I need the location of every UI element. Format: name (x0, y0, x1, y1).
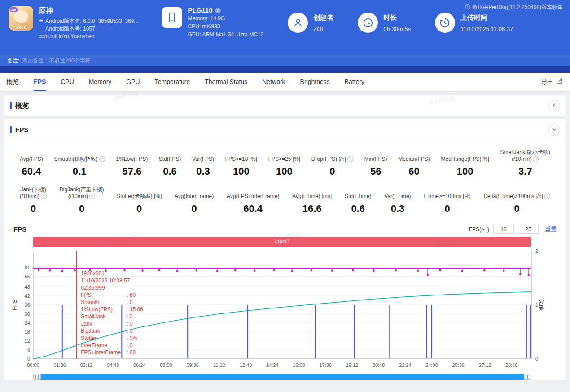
svg-text:00:00: 00:00 (27, 362, 39, 368)
chart-scrollbar[interactable] (33, 374, 531, 380)
tab-temperature[interactable]: Temperature (155, 73, 190, 91)
device-info-icon[interactable]: i (215, 8, 221, 13)
fps-threshold-label: FPS(>=) (469, 226, 489, 233)
overview-collapse-button[interactable] (548, 100, 560, 111)
metric-value: 16.6 (292, 203, 332, 215)
tab-battery[interactable]: Battery (345, 73, 364, 91)
fps-chart-svg[interactable]: label10612182430364248556101200:0001:360… (11, 237, 545, 371)
scrollbar-handle-left[interactable] (33, 374, 41, 380)
info-icon[interactable]: ? (347, 156, 353, 162)
tab-bar: 概览FPSCPUMemoryGPUTemperatureThermal Stat… (0, 73, 570, 92)
tab-network[interactable]: Network (262, 73, 285, 91)
tab-brightness[interactable]: Brightness (300, 73, 330, 91)
fps-chart[interactable]: label10612182430364248556101200:0001:360… (4, 234, 566, 380)
svg-text:22:24: 22:24 (399, 362, 412, 368)
svg-text:: 0: : 0 (127, 321, 133, 327)
svg-text:: 60: : 60 (127, 349, 136, 356)
svg-text:42: 42 (25, 293, 30, 299)
fps-threshold-input-low[interactable] (493, 225, 514, 234)
metrics-row-2: Jank(卡顿)(/10min)?0BigJank(严重卡顿)(/10min)?… (4, 186, 566, 215)
metric-value: 0 (483, 203, 550, 215)
metric-value: 0 (60, 203, 104, 215)
svg-text:12:48: 12:48 (240, 362, 252, 368)
android-icon (39, 18, 44, 25)
svg-text:09:36: 09:36 (186, 362, 199, 368)
device-cpu: CPU: mt6993 (188, 22, 263, 31)
scrollbar-handle-right[interactable] (524, 374, 531, 380)
device-model: PLG110 (188, 6, 212, 14)
metric-value: 60.4 (20, 166, 43, 177)
app-name: 原神 (39, 6, 138, 16)
metric-value: 0.6 (345, 203, 372, 215)
creator-value: ZOL (313, 26, 333, 32)
metric-value: 60 (398, 166, 430, 177)
tab-thermal-status[interactable]: Thermal Status (205, 73, 247, 91)
fps-section: FPS Avg(FPS)60.4Smooth(稳帧指数)?0.11%Low(FP… (4, 119, 566, 380)
info-icon[interactable]: ? (99, 156, 105, 162)
export-button[interactable]: 导出 (541, 73, 563, 91)
tab-概览[interactable]: 概览 (6, 73, 19, 91)
metric-drop-fps-h: Drop(FPS) [/h]?0 (311, 149, 353, 177)
info-icon[interactable]: ? (533, 156, 539, 162)
app-package: com.miHoYo.Yuanshen (39, 33, 138, 40)
svg-text:48: 48 (25, 284, 30, 290)
tab-memory[interactable]: Memory (89, 73, 112, 91)
collect-note: ⓘ 数据由PerfDog(11.2.250408)版本收集 (465, 4, 563, 11)
metric-median-fps: Median(FPS)60 (398, 149, 430, 177)
svg-text:30: 30 (25, 311, 30, 317)
tab-fps[interactable]: FPS (34, 73, 46, 91)
device-memory: Memory: 14.9G (188, 14, 263, 22)
svg-text:Smooth: Smooth (81, 299, 99, 305)
svg-text:1920x881: 1920x881 (81, 270, 105, 277)
svg-text:25:36: 25:36 (452, 362, 465, 368)
note-bar: 备注: 添加备注，不超过200个字符 (0, 55, 570, 66)
metric-value: 100 (225, 166, 257, 177)
info-icon[interactable]: ? (544, 194, 550, 199)
svg-text:: 60: : 60 (127, 292, 136, 298)
info-icon[interactable]: ? (89, 194, 95, 199)
metric-medrange-fps-%: MedRange(FPS)[%]100 (441, 149, 489, 177)
info-icon[interactable]: ? (41, 194, 47, 199)
tab-gpu[interactable]: GPU (126, 73, 140, 91)
note-input[interactable]: 添加备注，不超过200个字符 (22, 57, 90, 65)
svg-text:19:12: 19:12 (346, 362, 359, 368)
svg-text:Jank: Jank (538, 299, 544, 311)
tab-cpu[interactable]: CPU (61, 73, 74, 91)
metric-jank-卡顿: Jank(卡顿)(/10min)?0 (20, 186, 47, 215)
metric-value: 57.6 (116, 166, 148, 177)
info-circle-icon: ⓘ (465, 4, 470, 11)
metric-value: 56 (364, 166, 387, 177)
svg-text:36: 36 (25, 302, 30, 308)
svg-text:14:24: 14:24 (266, 362, 279, 368)
overview-section: 概览 (4, 95, 566, 116)
svg-text:24:00: 24:00 (425, 362, 438, 368)
fps-collapse-button[interactable] (548, 124, 560, 136)
metric-value: 0 (20, 203, 47, 215)
svg-text:17:36: 17:36 (319, 362, 332, 368)
metric-ftime-100ms-%: FTime>=100ms [%]0 (424, 186, 470, 215)
svg-text:: 0: : 0 (127, 342, 133, 348)
duration-block: 时长 0h 30m 5s (358, 13, 411, 55)
metric-delta-ftime-100ms-h: Delta(FTime)>100ms [/h]?0 (483, 186, 550, 215)
reset-button[interactable]: 重置 (545, 225, 557, 233)
svg-text:6: 6 (27, 347, 30, 352)
metric-fps-25-%: FPS>=25 [%]100 (268, 149, 300, 177)
svg-text:SmallJank: SmallJank (81, 313, 106, 320)
duration-label: 时长 (383, 13, 411, 22)
metric-value: 0.1 (54, 166, 105, 177)
fps-threshold-input-high[interactable] (518, 225, 539, 234)
svg-text:20:48: 20:48 (373, 362, 385, 368)
upload-value: 11/10/2025 11:06:37 (460, 26, 513, 32)
svg-text:label1: label1 (275, 238, 289, 245)
svg-text:: 0%: : 0% (127, 335, 137, 341)
fps-chart-controls: FPS FPS(>=) 重置 (4, 225, 566, 234)
metric-smooth-稳帧指数: Smooth(稳帧指数)?0.1 (54, 149, 105, 177)
metric-std-ftime: Std(FTime)0.6 (345, 186, 372, 215)
metric-value: 3.7 (500, 166, 550, 177)
app-icon-badge: 5th (10, 7, 18, 12)
svg-text:08:00: 08:00 (160, 362, 172, 368)
svg-text:: 0: : 0 (127, 313, 133, 320)
svg-text:Jank: Jank (81, 321, 92, 327)
chevron-down-icon (552, 126, 557, 134)
duration-value: 0h 30m 5s (383, 26, 411, 32)
